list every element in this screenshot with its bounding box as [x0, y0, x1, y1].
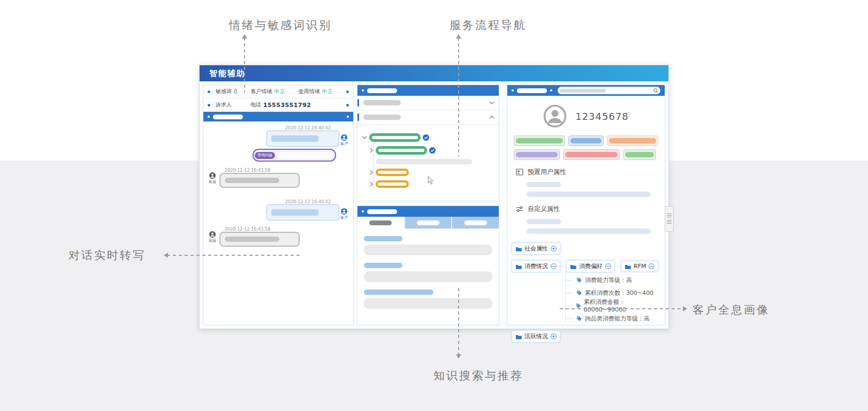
tab-knowledge-3[interactable] [452, 217, 499, 229]
tree-node-label: RFM [634, 263, 646, 270]
group-label-placeholder [363, 100, 401, 105]
flow-group-collapsed[interactable] [357, 96, 499, 110]
tab-label-placeholder [465, 220, 487, 225]
preset-attributes-section: 预置用户属性 [507, 168, 665, 197]
message-timestamp: 2020-12-12 16:40:42 [285, 126, 331, 131]
bubble-text-placeholder [277, 152, 333, 158]
search-icon[interactable] [653, 88, 658, 93]
callout-knowledge: 知识搜索与推荐 [433, 368, 523, 383]
grip-lines-icon [667, 214, 672, 218]
tab-knowledge-2[interactable] [405, 217, 452, 229]
flow-step-completed[interactable] [369, 146, 499, 155]
highlight-message-wrap: 查询问题 [208, 147, 349, 162]
message-timestamp: 2020-12-12 16:43:58 [225, 227, 300, 232]
avatar-column: 客服 [208, 172, 217, 185]
message-stack: 2020-12-12 16:43:58 [219, 168, 300, 188]
chevron-right-icon[interactable] [369, 170, 374, 175]
tab-knowledge-1[interactable] [357, 217, 404, 229]
avatar-column: 客户 [339, 134, 349, 147]
step-pill-green [369, 133, 421, 142]
section-label: 自定义属性 [528, 204, 560, 214]
leaf-tag: 消费能力等级：高 [574, 273, 660, 286]
plus-circle-icon[interactable] [551, 246, 557, 252]
folder-icon [570, 264, 576, 269]
tree-node-label: 社会属性 [524, 245, 548, 253]
white-dot-icon [362, 210, 364, 212]
emotion-status-row: 敏感词 0 客户情绪 中立 坐席情绪 中立 [203, 85, 353, 98]
chevron-down-icon[interactable] [489, 101, 494, 105]
white-dot-icon [208, 116, 210, 118]
agent-bubble [219, 232, 300, 247]
check-circle-icon [423, 134, 429, 141]
profile-tag-purple [514, 149, 560, 160]
chevron-right-icon[interactable] [369, 148, 374, 153]
chat-transcript-area: 2020-12-12 16:40:42 客户 查询问题 [203, 121, 353, 247]
callout-transcription: 对话实时转写 [68, 248, 146, 263]
knowledge-tabs [357, 217, 499, 229]
check-circle-icon [429, 147, 436, 154]
app-window: 智能辅助 敏感词 0 客户情绪 中立 坐席情绪 中立 [199, 65, 669, 329]
section-label: 预置用户属性 [528, 168, 566, 177]
white-dot-icon [347, 116, 349, 118]
tree-node-activity[interactable]: 活跃情况 [512, 330, 560, 342]
tree-node-label: 消费偏好 [579, 262, 603, 270]
tree-node-consumption[interactable]: 消费情况 [512, 260, 560, 272]
customer-emotion-label: 客户情绪 [251, 88, 272, 95]
chat-message-agent: 客服 2020-12-12 16:43:58 [208, 168, 349, 188]
callout-line-emotion [244, 37, 245, 92]
pin-dot-icon [346, 90, 349, 93]
profile-tag-orange [607, 135, 658, 146]
tag-icon [576, 316, 582, 322]
white-dot-icon [512, 89, 514, 92]
tree-connector [560, 266, 566, 267]
agent-avatar-icon [209, 231, 216, 238]
blue-accent-icon [357, 113, 359, 121]
minus-circle-icon[interactable] [649, 263, 654, 269]
sensitive-word-count: 0 [234, 89, 237, 95]
folder-icon [515, 246, 522, 252]
leaf-tag: 跨品类消费能力等级：高 [574, 312, 660, 325]
result-title-placeholder[interactable] [364, 236, 402, 241]
attribute-placeholder [527, 192, 651, 197]
pin-dot-icon [208, 104, 210, 106]
tab-label-placeholder [417, 220, 439, 225]
message-timestamp: 2020-12-12 16:43:58 [225, 168, 300, 173]
result-title-placeholder[interactable] [364, 263, 402, 268]
agent-bubble [219, 173, 300, 188]
flow-group-expanded[interactable] [357, 110, 499, 125]
side-panel-handle[interactable] [665, 206, 674, 232]
page-background: 情绪与敏感词识别 服务流程导航 对话实时转写 知识搜索与推荐 客户全息画像 智能… [0, 0, 868, 411]
attribute-placeholder [527, 219, 561, 224]
profile-attribute-tree: 社会属性 消费情况 消费偏好 [507, 242, 665, 342]
group-label-placeholder [363, 115, 401, 120]
callout-profile: 客户全息画像 [692, 302, 770, 317]
result-title-placeholder[interactable] [364, 290, 433, 295]
profile-tag-cloud [514, 135, 658, 160]
chevron-right-icon[interactable] [369, 181, 374, 187]
flow-step-completed[interactable] [362, 133, 499, 142]
tree-connector [565, 306, 573, 306]
agent-avatar-icon [209, 172, 216, 179]
plus-circle-icon[interactable] [551, 333, 557, 339]
custom-attributes-section: 自定义属性 [507, 204, 665, 234]
tree-node-social[interactable]: 社会属性 [512, 242, 560, 255]
minus-circle-icon[interactable] [551, 263, 557, 269]
customer-profile-panel: 12345678 [507, 85, 665, 325]
profile-search-input[interactable] [558, 87, 660, 94]
result-snippet-placeholder [364, 245, 492, 255]
section-header: 预置用户属性 [516, 168, 665, 177]
tree-node-rfm[interactable]: RFM [621, 261, 658, 272]
white-dot-icon [362, 89, 364, 92]
flow-step-pending[interactable] [369, 169, 499, 176]
sliders-icon [516, 206, 523, 212]
arrow-right-icon [683, 306, 687, 311]
message-row: 客户 [267, 204, 349, 220]
step-pill-yellow [376, 169, 409, 176]
callout-service-flow: 服务流程导航 [450, 18, 527, 33]
chevron-down-icon[interactable] [362, 135, 367, 140]
attribute-placeholder [527, 182, 561, 187]
tree-node-preference[interactable]: 消费偏好 [566, 260, 615, 272]
section-header: 自定义属性 [516, 204, 665, 214]
chevron-up-icon[interactable] [489, 115, 494, 119]
minus-circle-icon[interactable] [605, 263, 611, 269]
